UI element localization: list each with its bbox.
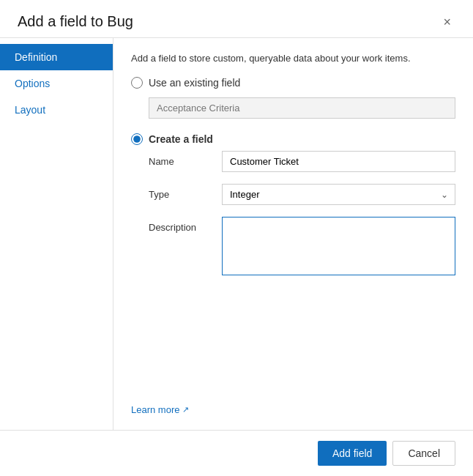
add-field-button[interactable]: Add field [318,441,387,466]
dialog-body: Definition Options Layout Add a field to… [0,38,473,430]
learn-more-link[interactable]: Learn more ↗ [131,390,455,415]
type-field-row: Type Integer String Boolean DateTime Dou… [149,184,455,205]
description-textarea[interactable] [222,217,455,275]
dialog-header: Add a field to Bug × [0,0,473,37]
dialog-footer: Add field Cancel [0,430,473,476]
create-field-label[interactable]: Create a field [149,133,213,145]
sidebar-item-layout[interactable]: Layout [0,97,113,123]
external-link-icon: ↗ [182,405,189,414]
name-input[interactable] [222,151,455,172]
main-content: Add a field to store custom, queryable d… [113,38,473,430]
sidebar-item-definition[interactable]: Definition [0,44,113,70]
create-field-section: Name Type Integer String Boolean DateTim… [149,151,455,275]
existing-field-input[interactable] [149,97,455,119]
add-field-dialog: Add a field to Bug × Definition Options … [0,0,473,476]
existing-field-row: Use an existing field [131,77,455,89]
close-button[interactable]: × [439,14,455,30]
type-select[interactable]: Integer String Boolean DateTime Double P… [222,184,455,205]
description-field-row: Description [149,217,455,275]
name-label: Name [149,151,222,167]
description-label: Description [149,217,222,233]
dialog-title: Add a field to Bug [18,13,133,30]
existing-field-indent [149,94,455,124]
create-field-radio[interactable] [131,133,143,145]
cancel-button[interactable]: Cancel [392,441,455,466]
name-field-row: Name [149,151,455,172]
sidebar-item-options[interactable]: Options [0,70,113,97]
type-label: Type [149,184,222,200]
description-text: Add a field to store custom, queryable d… [131,53,455,64]
existing-field-radio[interactable] [131,77,143,89]
type-select-wrapper: Integer String Boolean DateTime Double P… [222,184,455,205]
radio-group: Use an existing field Create a field Nam… [131,77,455,287]
create-field-row: Create a field [131,133,455,145]
existing-field-label[interactable]: Use an existing field [149,77,240,89]
sidebar: Definition Options Layout [0,38,113,430]
learn-more-text: Learn more [131,404,179,415]
